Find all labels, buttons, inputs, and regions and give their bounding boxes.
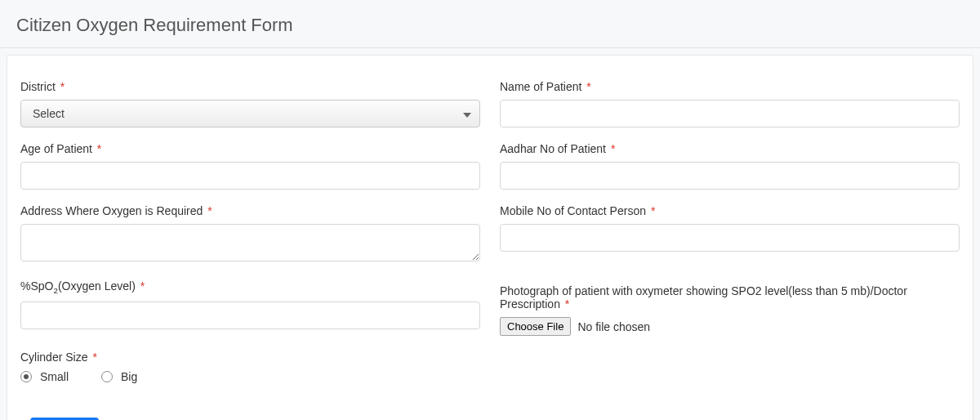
- required-marker: *: [565, 297, 569, 311]
- required-marker: *: [60, 80, 65, 93]
- district-select[interactable]: Select: [20, 100, 480, 127]
- chevron-down-icon: [463, 107, 471, 120]
- patient-name-label: Name of Patient *: [500, 80, 960, 93]
- required-marker: *: [207, 204, 212, 217]
- page-title: Citizen Oxygen Requirement Form: [16, 15, 293, 35]
- cylinder-label: Cylinder Size *: [20, 351, 480, 364]
- choose-file-button[interactable]: Choose File: [500, 317, 571, 336]
- photo-caption-text: Photograph of patient with oxymeter show…: [500, 284, 907, 311]
- aadhar-label-text: Aadhar No of Patient: [500, 142, 606, 155]
- cylinder-label-text: Cylinder Size: [20, 351, 87, 364]
- spo2-label-post: (Oxygen Level): [58, 279, 136, 293]
- patient-name-label-text: Name of Patient: [500, 80, 581, 93]
- required-marker: *: [586, 80, 590, 93]
- radio-icon: [101, 371, 113, 382]
- required-marker: *: [140, 279, 145, 293]
- photo-caption: Photograph of patient with oxymeter show…: [500, 284, 960, 311]
- mobile-label: Mobile No of Contact Person *: [500, 204, 960, 217]
- aadhar-input[interactable]: [500, 162, 960, 190]
- address-label-text: Address Where Oxygen is Required: [20, 204, 203, 217]
- spo2-label-pre: %SpO: [20, 279, 53, 293]
- page-header: Citizen Oxygen Requirement Form: [0, 0, 980, 48]
- patient-age-input[interactable]: [20, 162, 480, 190]
- district-label: District *: [20, 80, 480, 93]
- spo2-input[interactable]: [20, 302, 480, 329]
- spo2-label: %SpO2(Oxygen Level) *: [20, 279, 480, 295]
- cylinder-option-small[interactable]: Small: [20, 370, 69, 383]
- cylinder-option-big[interactable]: Big: [101, 370, 137, 383]
- form-card: District * Select Name of Patient * Age …: [7, 55, 973, 420]
- radio-icon: [20, 371, 32, 382]
- address-label: Address Where Oxygen is Required *: [20, 204, 480, 217]
- cylinder-option-small-label: Small: [40, 370, 69, 383]
- required-marker: *: [611, 142, 615, 155]
- patient-age-label: Age of Patient *: [20, 142, 480, 155]
- aadhar-label: Aadhar No of Patient *: [500, 142, 960, 155]
- mobile-input[interactable]: [500, 224, 960, 252]
- address-input[interactable]: [20, 224, 480, 261]
- file-status: No file chosen: [577, 320, 650, 333]
- district-label-text: District: [20, 80, 56, 93]
- required-marker: *: [651, 204, 655, 217]
- mobile-label-text: Mobile No of Contact Person: [500, 204, 646, 217]
- cylinder-option-big-label: Big: [121, 370, 137, 383]
- cylinder-radio-group: Small Big: [20, 370, 480, 383]
- patient-name-input[interactable]: [500, 100, 960, 127]
- patient-age-label-text: Age of Patient: [20, 142, 92, 155]
- required-marker: *: [92, 351, 96, 364]
- district-selected-value: Select: [33, 107, 65, 120]
- required-marker: *: [97, 142, 101, 155]
